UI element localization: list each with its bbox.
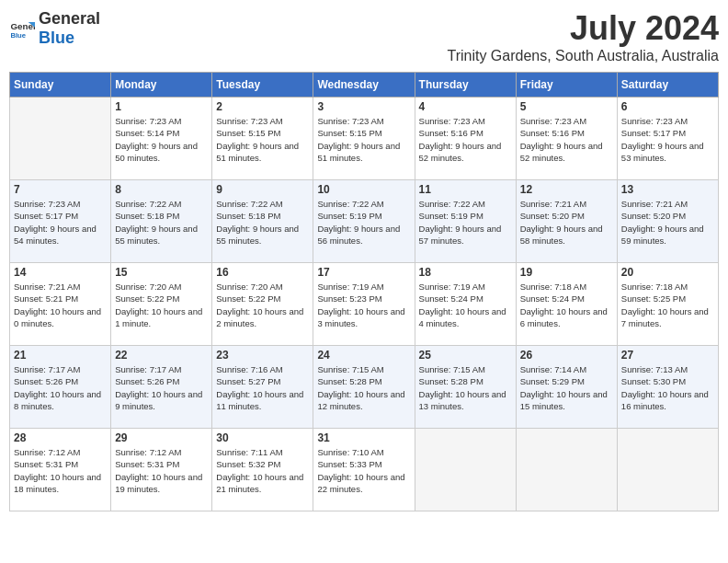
logo-blue: Blue bbox=[39, 29, 74, 47]
calendar-cell: 16Sunrise: 7:20 AMSunset: 5:22 PMDayligh… bbox=[212, 263, 313, 346]
day-number: 3 bbox=[317, 100, 410, 113]
calendar-cell: 6Sunrise: 7:23 AMSunset: 5:17 PMDaylight… bbox=[617, 98, 718, 180]
day-number: 4 bbox=[419, 100, 512, 113]
calendar-cell: 28Sunrise: 7:12 AMSunset: 5:31 PMDayligh… bbox=[10, 429, 111, 511]
calendar-week-5: 28Sunrise: 7:12 AMSunset: 5:31 PMDayligh… bbox=[10, 429, 719, 511]
calendar-cell bbox=[617, 429, 718, 511]
day-info: Sunrise: 7:14 AMSunset: 5:29 PMDaylight:… bbox=[520, 363, 613, 412]
location-title: Trinity Gardens, South Australia, Austra… bbox=[447, 48, 719, 64]
day-number: 25 bbox=[419, 349, 512, 362]
calendar-cell: 18Sunrise: 7:19 AMSunset: 5:24 PMDayligh… bbox=[415, 263, 516, 346]
calendar-cell: 23Sunrise: 7:16 AMSunset: 5:27 PMDayligh… bbox=[212, 346, 313, 429]
day-number: 23 bbox=[216, 349, 309, 362]
day-info: Sunrise: 7:19 AMSunset: 5:24 PMDaylight:… bbox=[419, 281, 512, 329]
col-header-monday: Monday bbox=[111, 73, 212, 98]
day-number: 14 bbox=[14, 266, 107, 279]
day-number: 24 bbox=[317, 349, 410, 362]
col-header-wednesday: Wednesday bbox=[313, 73, 415, 98]
calendar-week-4: 21Sunrise: 7:17 AMSunset: 5:26 PMDayligh… bbox=[10, 346, 719, 429]
day-info: Sunrise: 7:13 AMSunset: 5:30 PMDaylight:… bbox=[621, 363, 714, 412]
calendar-cell: 5Sunrise: 7:23 AMSunset: 5:16 PMDaylight… bbox=[516, 98, 617, 180]
calendar-cell: 31Sunrise: 7:10 AMSunset: 5:33 PMDayligh… bbox=[313, 429, 415, 511]
calendar-cell: 9Sunrise: 7:22 AMSunset: 5:18 PMDaylight… bbox=[212, 180, 313, 263]
day-number: 9 bbox=[216, 183, 309, 196]
day-number: 13 bbox=[621, 183, 714, 196]
day-number: 22 bbox=[115, 349, 208, 362]
day-number: 18 bbox=[419, 266, 512, 279]
day-number: 17 bbox=[317, 266, 410, 279]
calendar-cell: 29Sunrise: 7:12 AMSunset: 5:31 PMDayligh… bbox=[111, 429, 212, 511]
calendar-cell: 7Sunrise: 7:23 AMSunset: 5:17 PMDaylight… bbox=[10, 180, 111, 263]
day-info: Sunrise: 7:15 AMSunset: 5:28 PMDaylight:… bbox=[419, 363, 512, 412]
calendar-cell: 30Sunrise: 7:11 AMSunset: 5:32 PMDayligh… bbox=[212, 429, 313, 511]
day-number: 20 bbox=[621, 266, 714, 279]
calendar-cell: 11Sunrise: 7:22 AMSunset: 5:19 PMDayligh… bbox=[415, 180, 516, 263]
calendar-cell: 2Sunrise: 7:23 AMSunset: 5:15 PMDaylight… bbox=[212, 98, 313, 180]
day-number: 7 bbox=[14, 183, 107, 196]
day-number: 28 bbox=[14, 431, 107, 444]
day-info: Sunrise: 7:23 AMSunset: 5:16 PMDaylight:… bbox=[520, 115, 613, 164]
day-info: Sunrise: 7:21 AMSunset: 5:20 PMDaylight:… bbox=[621, 198, 714, 247]
calendar-cell: 19Sunrise: 7:18 AMSunset: 5:24 PMDayligh… bbox=[516, 263, 617, 346]
day-info: Sunrise: 7:18 AMSunset: 5:25 PMDaylight:… bbox=[621, 281, 714, 329]
calendar-cell: 12Sunrise: 7:21 AMSunset: 5:20 PMDayligh… bbox=[516, 180, 617, 263]
calendar-cell: 22Sunrise: 7:17 AMSunset: 5:26 PMDayligh… bbox=[111, 346, 212, 429]
day-number: 15 bbox=[115, 266, 208, 279]
logo-general: General bbox=[39, 9, 100, 28]
day-info: Sunrise: 7:12 AMSunset: 5:31 PMDaylight:… bbox=[115, 446, 208, 495]
day-info: Sunrise: 7:18 AMSunset: 5:24 PMDaylight:… bbox=[520, 281, 613, 329]
calendar-cell: 13Sunrise: 7:21 AMSunset: 5:20 PMDayligh… bbox=[617, 180, 718, 263]
calendar-cell: 1Sunrise: 7:23 AMSunset: 5:14 PMDaylight… bbox=[111, 98, 212, 180]
day-number: 29 bbox=[115, 431, 208, 444]
day-number: 26 bbox=[520, 349, 613, 362]
calendar-header-row: SundayMondayTuesdayWednesdayThursdayFrid… bbox=[10, 73, 719, 98]
col-header-tuesday: Tuesday bbox=[212, 73, 313, 98]
calendar-week-1: 1Sunrise: 7:23 AMSunset: 5:14 PMDaylight… bbox=[10, 98, 719, 180]
day-number: 10 bbox=[317, 183, 410, 196]
calendar-table: SundayMondayTuesdayWednesdayThursdayFrid… bbox=[9, 72, 719, 511]
logo-icon: General Blue bbox=[9, 16, 35, 41]
title-area: July 2024 Trinity Gardens, South Austral… bbox=[447, 9, 719, 64]
calendar-cell: 27Sunrise: 7:13 AMSunset: 5:30 PMDayligh… bbox=[617, 346, 718, 429]
day-number: 5 bbox=[520, 100, 613, 113]
day-info: Sunrise: 7:22 AMSunset: 5:19 PMDaylight:… bbox=[419, 198, 512, 247]
day-info: Sunrise: 7:15 AMSunset: 5:28 PMDaylight:… bbox=[317, 363, 410, 412]
day-info: Sunrise: 7:16 AMSunset: 5:27 PMDaylight:… bbox=[216, 363, 309, 412]
day-info: Sunrise: 7:23 AMSunset: 5:17 PMDaylight:… bbox=[14, 198, 107, 247]
calendar-cell: 8Sunrise: 7:22 AMSunset: 5:18 PMDaylight… bbox=[111, 180, 212, 263]
day-info: Sunrise: 7:11 AMSunset: 5:32 PMDaylight:… bbox=[216, 446, 309, 495]
day-number: 21 bbox=[14, 349, 107, 362]
calendar-cell: 17Sunrise: 7:19 AMSunset: 5:23 PMDayligh… bbox=[313, 263, 415, 346]
col-header-sunday: Sunday bbox=[10, 73, 111, 98]
day-number: 1 bbox=[115, 100, 208, 113]
day-number: 30 bbox=[216, 431, 309, 444]
calendar-cell: 15Sunrise: 7:20 AMSunset: 5:22 PMDayligh… bbox=[111, 263, 212, 346]
day-info: Sunrise: 7:22 AMSunset: 5:18 PMDaylight:… bbox=[115, 198, 208, 247]
logo: General Blue General Blue bbox=[9, 9, 100, 48]
calendar-cell: 3Sunrise: 7:23 AMSunset: 5:15 PMDaylight… bbox=[313, 98, 415, 180]
day-info: Sunrise: 7:23 AMSunset: 5:16 PMDaylight:… bbox=[419, 115, 512, 164]
day-info: Sunrise: 7:23 AMSunset: 5:15 PMDaylight:… bbox=[317, 115, 410, 164]
day-info: Sunrise: 7:17 AMSunset: 5:26 PMDaylight:… bbox=[115, 363, 208, 412]
day-number: 19 bbox=[520, 266, 613, 279]
day-info: Sunrise: 7:22 AMSunset: 5:18 PMDaylight:… bbox=[216, 198, 309, 247]
day-info: Sunrise: 7:21 AMSunset: 5:20 PMDaylight:… bbox=[520, 198, 613, 247]
calendar-cell bbox=[10, 98, 111, 180]
day-number: 11 bbox=[419, 183, 512, 196]
month-title: July 2024 bbox=[447, 9, 719, 48]
calendar-week-3: 14Sunrise: 7:21 AMSunset: 5:21 PMDayligh… bbox=[10, 263, 719, 346]
day-info: Sunrise: 7:23 AMSunset: 5:15 PMDaylight:… bbox=[216, 115, 309, 164]
day-number: 12 bbox=[520, 183, 613, 196]
svg-text:Blue: Blue bbox=[10, 31, 26, 40]
calendar-cell: 25Sunrise: 7:15 AMSunset: 5:28 PMDayligh… bbox=[415, 346, 516, 429]
day-number: 27 bbox=[621, 349, 714, 362]
day-info: Sunrise: 7:20 AMSunset: 5:22 PMDaylight:… bbox=[115, 281, 208, 329]
page-header: General Blue General Blue July 2024 Trin… bbox=[9, 9, 719, 64]
calendar-cell: 4Sunrise: 7:23 AMSunset: 5:16 PMDaylight… bbox=[415, 98, 516, 180]
day-number: 2 bbox=[216, 100, 309, 113]
day-number: 8 bbox=[115, 183, 208, 196]
calendar-cell: 26Sunrise: 7:14 AMSunset: 5:29 PMDayligh… bbox=[516, 346, 617, 429]
calendar-cell: 21Sunrise: 7:17 AMSunset: 5:26 PMDayligh… bbox=[10, 346, 111, 429]
day-number: 31 bbox=[317, 431, 410, 444]
calendar-cell: 10Sunrise: 7:22 AMSunset: 5:19 PMDayligh… bbox=[313, 180, 415, 263]
